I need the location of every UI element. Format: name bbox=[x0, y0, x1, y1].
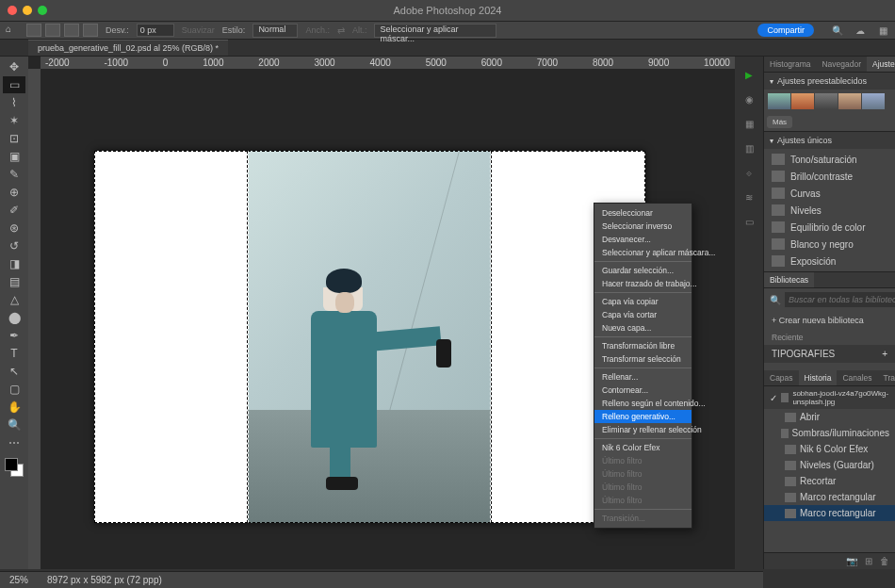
tab-channels[interactable]: Canales bbox=[837, 370, 877, 385]
preset-thumb[interactable] bbox=[862, 93, 885, 109]
adjustment-item[interactable]: Brillo/contraste bbox=[764, 168, 895, 185]
history-item[interactable]: Marco rectangular bbox=[764, 489, 895, 505]
library-item[interactable]: TIPOGRAFIES+ bbox=[764, 345, 895, 363]
workspace-icon[interactable]: ▦ bbox=[876, 24, 889, 37]
layers-panel-icon[interactable]: ▭ bbox=[740, 213, 757, 230]
color-panel-icon[interactable]: ◉ bbox=[740, 90, 757, 107]
zoom-level[interactable]: 25% bbox=[9, 575, 28, 585]
selection-add-icon[interactable] bbox=[45, 24, 60, 37]
context-item[interactable]: Seleccionar y aplicar máscara... bbox=[594, 246, 692, 259]
eyedropper-tool[interactable]: ✎ bbox=[3, 166, 25, 183]
context-item[interactable]: Nueva capa... bbox=[594, 321, 692, 335]
context-item[interactable]: Capa vía copiar bbox=[594, 295, 692, 308]
swap-icon[interactable]: ⇄ bbox=[337, 25, 345, 36]
adjustment-item[interactable]: Equilibrio de color bbox=[764, 219, 895, 236]
select-mask-button[interactable]: Seleccionar y aplicar máscar... bbox=[374, 24, 496, 38]
home-icon[interactable]: ⌂ bbox=[6, 24, 19, 37]
wand-tool[interactable]: ✶ bbox=[3, 112, 25, 129]
context-item[interactable]: Hacer trazado de trabajo... bbox=[594, 277, 692, 290]
style-select[interactable]: Normal bbox=[252, 24, 298, 38]
type-tool[interactable]: T bbox=[3, 345, 25, 362]
share-button[interactable]: Compartir bbox=[757, 24, 814, 37]
dodge-tool[interactable]: ⬤ bbox=[3, 309, 25, 326]
search-icon[interactable]: 🔍 bbox=[831, 24, 844, 37]
swatches-panel-icon[interactable]: ▦ bbox=[740, 115, 757, 132]
context-item[interactable]: Deseleccionar bbox=[594, 206, 692, 220]
selection-sub-icon[interactable] bbox=[64, 24, 79, 37]
history-item[interactable]: Sombras/iluminaciones bbox=[764, 425, 895, 441]
adjustment-item[interactable]: Niveles bbox=[764, 202, 895, 219]
preset-thumb[interactable] bbox=[815, 93, 838, 109]
crop-tool[interactable]: ⊡ bbox=[3, 130, 25, 147]
context-item[interactable]: Relleno según el contenido... bbox=[594, 397, 692, 410]
brush-tool[interactable]: ✐ bbox=[3, 202, 25, 219]
close-icon[interactable] bbox=[8, 6, 17, 15]
more-button[interactable]: Más bbox=[767, 116, 792, 128]
context-item[interactable]: Rellenar... bbox=[594, 370, 692, 384]
document-tab[interactable]: prueba_generative_fill_02.psd al 25% (RG… bbox=[28, 40, 228, 56]
tab-navigator[interactable]: Navegador bbox=[816, 57, 867, 72]
new-snapshot-icon[interactable]: 📷 bbox=[846, 556, 857, 566]
adjustment-item[interactable]: Curvas bbox=[764, 185, 895, 202]
edit-toolbar[interactable]: ⋯ bbox=[3, 434, 25, 451]
tab-paths[interactable]: Trazados bbox=[878, 370, 895, 385]
gradients-panel-icon[interactable]: ▥ bbox=[740, 139, 757, 156]
marquee-tool[interactable]: ▭ bbox=[3, 76, 25, 93]
blur-tool[interactable]: △ bbox=[3, 291, 25, 308]
shape-tool[interactable]: ▢ bbox=[3, 381, 25, 398]
delete-icon[interactable]: 🗑 bbox=[880, 556, 889, 566]
frame-tool[interactable]: ▣ bbox=[3, 148, 25, 165]
context-item[interactable]: Guardar selección... bbox=[594, 264, 692, 277]
selection-new-icon[interactable] bbox=[26, 24, 41, 37]
actions-panel-icon[interactable]: ≋ bbox=[740, 188, 757, 205]
tab-adjustments[interactable]: Ajustes bbox=[867, 57, 895, 72]
play-icon[interactable]: ▶ bbox=[740, 66, 757, 83]
history-item[interactable]: Abrir bbox=[764, 409, 895, 425]
context-item[interactable]: Contornear... bbox=[594, 384, 692, 397]
context-item[interactable]: Eliminar y rellenar selección bbox=[594, 423, 692, 436]
preset-thumb[interactable] bbox=[838, 93, 861, 109]
history-item[interactable]: Nik 6 Color Efex bbox=[764, 441, 895, 457]
context-item[interactable]: Transformar selección bbox=[594, 352, 692, 366]
presets-header[interactable]: Ajustes preestablecidos bbox=[764, 73, 895, 90]
adjustment-item[interactable]: Blanco y negro bbox=[764, 236, 895, 253]
history-brush-tool[interactable]: ↺ bbox=[3, 237, 25, 254]
eraser-tool[interactable]: ◨ bbox=[3, 255, 25, 272]
context-item[interactable]: Nik 6 Color Efex bbox=[594, 441, 692, 454]
color-swatches[interactable] bbox=[5, 458, 24, 477]
history-root[interactable]: ✓ sobhan-joodi-vz4a7go0Wkg-unsplash.jpg bbox=[764, 386, 895, 409]
context-item[interactable]: Capa vía cortar bbox=[594, 308, 692, 321]
new-state-icon[interactable]: ⊞ bbox=[865, 556, 872, 566]
feather-input[interactable] bbox=[137, 24, 174, 37]
gradient-tool[interactable]: ▤ bbox=[3, 273, 25, 290]
canvas-area[interactable]: -2000-1000010002000300040005000600070008… bbox=[28, 57, 735, 569]
tab-layers[interactable]: Capas bbox=[764, 370, 799, 385]
new-library-button[interactable]: + Crear nueva biblioteca bbox=[764, 311, 895, 330]
heal-tool[interactable]: ⊕ bbox=[3, 184, 25, 201]
move-tool[interactable]: ✥ bbox=[3, 58, 25, 75]
context-item[interactable]: Desvanecer... bbox=[594, 233, 692, 246]
preset-thumb[interactable] bbox=[791, 93, 814, 109]
unique-adj-header[interactable]: Ajustes únicos bbox=[764, 132, 895, 149]
fg-color[interactable] bbox=[5, 458, 18, 471]
tab-histogram[interactable]: Histograma bbox=[764, 57, 816, 72]
maximize-icon[interactable] bbox=[38, 6, 47, 15]
history-item[interactable]: Marco rectangular bbox=[764, 505, 895, 521]
library-search-input[interactable] bbox=[785, 292, 895, 307]
minimize-icon[interactable] bbox=[23, 6, 32, 15]
history-item[interactable]: Recortar bbox=[764, 473, 895, 489]
adjustment-item[interactable]: Exposición bbox=[764, 253, 895, 270]
context-item[interactable]: Transformación libre bbox=[594, 339, 692, 352]
tab-libraries[interactable]: Bibliotecas bbox=[764, 272, 814, 287]
pen-tool[interactable]: ✒ bbox=[3, 327, 25, 344]
preset-thumb[interactable] bbox=[768, 93, 790, 109]
hand-tool[interactable]: ✋ bbox=[3, 399, 25, 416]
visible-icon[interactable]: ✓ bbox=[770, 393, 777, 403]
history-item[interactable]: Niveles (Guardar) bbox=[764, 457, 895, 473]
brushes-panel-icon[interactable]: ⟐ bbox=[740, 164, 757, 181]
stamp-tool[interactable]: ⊛ bbox=[3, 220, 25, 237]
canvas[interactable] bbox=[94, 151, 645, 523]
tab-history[interactable]: Historia bbox=[799, 370, 838, 385]
lasso-tool[interactable]: ⌇ bbox=[3, 94, 25, 111]
context-item[interactable]: Relleno generativo... bbox=[594, 410, 692, 423]
